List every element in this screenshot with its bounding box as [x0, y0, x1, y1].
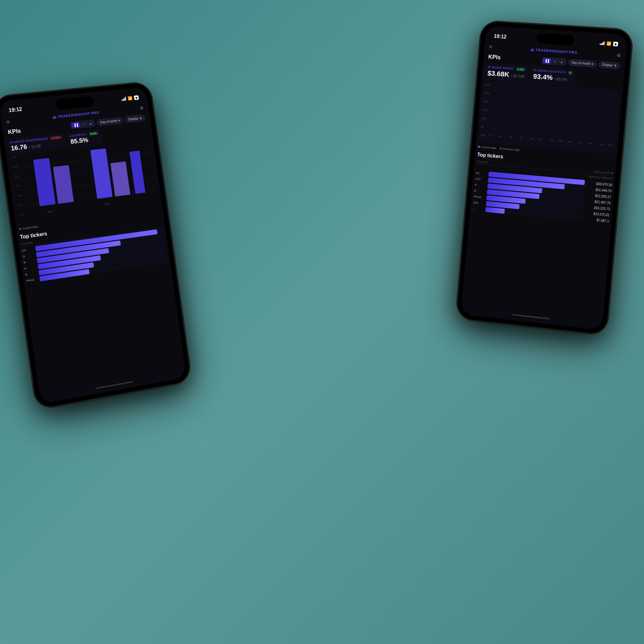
phone2-content: ≡ TRADERINSIGHT.PRO ⚙: [470, 41, 626, 225]
display-btn-2[interactable]: Display ⇅: [598, 61, 620, 69]
sort-icon-2: ▾: [611, 172, 613, 175]
wifi-icon: 📶: [128, 96, 133, 101]
kpis-title-1: KPIs: [8, 128, 21, 136]
bar-chart-btn-2[interactable]: ▐▐: [542, 58, 551, 64]
svg-rect-8: [33, 158, 55, 206]
status-time-2: 19:12: [494, 33, 507, 40]
svg-text:Tue: Tue: [105, 203, 109, 206]
svg-rect-3: [55, 117, 56, 119]
col-ticker-2: TICKER: [477, 160, 488, 164]
status-icons-1: 📶 ■: [121, 95, 139, 101]
phone2-screen: 19:12 📶 ■ ≡: [461, 26, 628, 330]
col-ticker-1: TICKER: [21, 241, 33, 246]
display-btn-1[interactable]: Display ⇅: [125, 114, 146, 123]
svg-text:5th: 5th: [510, 136, 513, 138]
svg-rect-17: [532, 48, 533, 51]
day-filter-2[interactable]: Day of month ▾: [568, 59, 597, 68]
gross-profit-sub: / $3.59K: [511, 74, 525, 79]
signal-icon-2: [600, 41, 605, 45]
menu-icon-2[interactable]: ≡: [489, 44, 492, 50]
gross-accuracy-value: 93.4%: [533, 72, 553, 82]
menu-icon-1[interactable]: ≡: [6, 119, 10, 125]
kpis-title-2: KPIs: [488, 53, 501, 61]
day-filter-1[interactable]: Day of week ▾: [96, 117, 124, 126]
signal-icon: [121, 97, 126, 101]
battery-icon: ■: [134, 95, 139, 100]
svg-text:24th: 24th: [587, 142, 592, 145]
logo-2: TRADERINSIGHT.PRO: [530, 47, 578, 55]
phone1-content: ≡ TRADERINSIGHT.PRO ⚙: [1, 102, 170, 285]
svg-text:21st: 21st: [577, 142, 582, 144]
logo-chart-icon-2: [530, 47, 535, 52]
svg-line-21: [491, 105, 617, 114]
svg-text:29th: 29th: [608, 144, 613, 146]
wifi-icon-2: 📶: [606, 41, 611, 46]
gross-accuracy-card: Ø GROSS ACCURACY 9 93.4% / 85.5%: [530, 66, 576, 86]
accuracy-value: 85.5%: [70, 136, 89, 145]
svg-rect-15: [530, 50, 531, 51]
svg-line-24: [490, 128, 615, 138]
accuracy-card: ACCURACY 9.3% 85.5%: [66, 129, 103, 148]
svg-rect-11: [110, 161, 130, 197]
svg-line-23: [490, 121, 616, 130]
svg-text:9th: 9th: [530, 137, 533, 140]
status-time-1: 19:12: [8, 106, 22, 113]
risk-reward-value: 16.76: [10, 143, 28, 152]
battery-icon-2: ■: [613, 42, 618, 47]
home-indicator-1: [96, 381, 133, 389]
svg-rect-9: [53, 165, 74, 204]
risk-reward-sub: / 14.26: [29, 144, 41, 149]
phone-1: 19:12 📶 ■ ≡: [0, 82, 191, 409]
svg-rect-10: [90, 148, 113, 199]
svg-line-20: [492, 97, 618, 106]
phone1-screen: 19:12 📶 ■ ≡: [0, 87, 186, 404]
bar-chart-btn-1[interactable]: ▐▐: [71, 122, 80, 128]
phone-2: 19:12 📶 ■ ≡: [456, 21, 633, 335]
col-value-2: Gross profit: [593, 170, 610, 175]
svg-text:7th: 7th: [520, 137, 523, 139]
line-chart-btn-2[interactable]: ∿: [551, 58, 558, 64]
svg-text:16th: 16th: [558, 140, 563, 142]
svg-text:19th: 19th: [567, 141, 572, 143]
area-chart-svg-2: 1st 3rd 5th 7th 9th 11th 13th 16th 19th …: [478, 81, 620, 154]
svg-text:Mon: Mon: [47, 210, 53, 214]
svg-text:1st: 1st: [489, 134, 492, 137]
area-chart-btn-2[interactable]: ▲: [558, 59, 565, 64]
svg-line-22: [491, 113, 616, 123]
col-sort[interactable]: Gross profit ▾: [593, 170, 613, 175]
svg-rect-1: [53, 116, 54, 119]
svg-rect-18: [533, 49, 534, 51]
svg-rect-12: [130, 151, 146, 194]
svg-text:11th: 11th: [538, 138, 543, 141]
gross-accuracy-badge: 9: [568, 71, 573, 75]
svg-rect-2: [54, 116, 55, 119]
gross-accuracy-sub: / 85.5%: [554, 77, 568, 82]
gross-profit-card: Ø GROSS PROFIT 2.6% $3.68K / $3.59K: [484, 63, 529, 82]
chart-toggle-2: ▐▐ ∿ ▲: [541, 57, 567, 66]
svg-text:27th: 27th: [599, 143, 603, 146]
tickers-section-2: Top tickers TICKER Gross profit ▾ GROSS …: [470, 152, 617, 224]
status-icons-2: 📶 ■: [600, 41, 618, 47]
filter-icon-1[interactable]: ⚙: [140, 105, 144, 111]
filter-icon-2[interactable]: ⚙: [616, 53, 621, 58]
area-chart-btn-1[interactable]: ▲: [87, 120, 94, 126]
bottom-bar-1: [39, 367, 186, 404]
svg-text:13th: 13th: [550, 139, 554, 142]
logo-1: TRADERINSIGHT.PRO: [52, 110, 100, 119]
svg-rect-0: [53, 118, 53, 119]
home-indicator-2: [512, 314, 550, 319]
line-chart-btn-1[interactable]: ∿: [80, 121, 87, 127]
svg-rect-16: [531, 49, 532, 51]
gross-profit-badge: 2.6%: [516, 67, 525, 71]
bottom-bar-2: [461, 304, 603, 330]
svg-text:3rd: 3rd: [499, 135, 502, 137]
logo-chart-icon: [52, 115, 57, 119]
svg-line-19: [493, 89, 619, 98]
area-chart-2: $25K$20K$15K$10K$5K$0-$5K: [478, 81, 620, 154]
gross-profit-value: $3.68K: [487, 69, 510, 79]
chart-toggle-1: ▐▐ ∿ ▲: [70, 119, 95, 129]
